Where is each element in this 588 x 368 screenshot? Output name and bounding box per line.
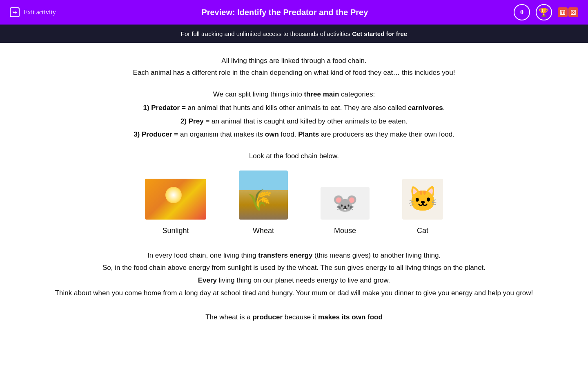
food-item-sunlight: Sunlight: [145, 179, 206, 237]
food-item-cat: 🐱 Cat: [402, 179, 443, 237]
cat-label: Cat: [417, 224, 428, 237]
food-item-mouse: 🐭 Mouse: [321, 187, 370, 237]
score-value: 0: [520, 9, 523, 16]
energy-intro: In every food chain, one living thing: [147, 251, 258, 259]
predator-bold: carnivores: [408, 104, 443, 112]
prey-text: an animal that is caught and killed by o…: [209, 117, 408, 125]
banner-cta[interactable]: Get started for free: [352, 30, 407, 37]
wheat-makes-bold: makes its own food: [318, 313, 383, 321]
wheat-producer-end: because it: [283, 313, 318, 321]
prey-label: 2) Prey =: [180, 117, 209, 125]
every-bold: Every: [198, 276, 217, 284]
split-intro: We can split living things into: [213, 90, 304, 98]
intro-line1: All living things are linked through a f…: [33, 55, 555, 67]
every-text: living thing on our planet needs energy …: [217, 276, 390, 284]
dice-icon: ⚅ ⚄: [558, 7, 578, 17]
think-text: Think about when you come home from a lo…: [33, 287, 555, 300]
mouse-label: Mouse: [334, 224, 356, 237]
categories-block: We can split living things into three ma…: [33, 89, 555, 141]
wheat-image: [239, 171, 288, 220]
exit-activity-button[interactable]: ↪ Exit activity: [10, 7, 56, 17]
energy-line1: In every food chain, one living thing tr…: [33, 249, 555, 262]
wheat-producer-line: The wheat is a producer because it makes…: [33, 312, 555, 323]
intro-line2: Each animal has a different role in the …: [33, 67, 555, 79]
page-title: Preview: Identify the Predator and the P…: [201, 8, 368, 17]
split-line: We can split living things into three ma…: [33, 89, 555, 101]
split-bold: three main: [304, 90, 339, 98]
producer-plants: Plants: [298, 130, 319, 138]
sunlight-label: Sunlight: [162, 224, 189, 237]
exit-label: Exit activity: [24, 9, 56, 16]
cat-image: 🐱: [402, 179, 443, 220]
prey-line: 2) Prey = an animal that is caught and k…: [33, 116, 555, 128]
exit-icon: ↪: [10, 7, 20, 17]
wheat-label: Wheat: [253, 224, 274, 237]
producer-label: 3) Producer =: [134, 130, 178, 138]
trophy-badge: 🏆: [536, 4, 552, 20]
wheat-producer-bold: producer: [252, 313, 283, 321]
header-right: 0 🏆 ⚅ ⚄: [514, 4, 578, 20]
intro-block: All living things are linked through a f…: [33, 55, 555, 79]
producer-text: an organism that makes its: [178, 130, 265, 138]
banner-text: For full tracking and unlimited access t…: [181, 30, 352, 37]
promo-banner: For full tracking and unlimited access t…: [0, 25, 588, 43]
every-line: Every living thing on our planet needs e…: [33, 274, 555, 287]
producer-line: 3) Producer = an organism that makes its…: [33, 129, 555, 141]
predator-text: an animal that hunts and kills other ani…: [186, 104, 408, 112]
food-chain: Sunlight Wheat 🐭 Mouse 🐱 Cat: [33, 171, 555, 237]
food-item-wheat: Wheat: [239, 171, 288, 237]
dice-1: ⚅: [558, 7, 568, 17]
score-badge: 0: [514, 4, 530, 20]
header: ↪ Exit activity Preview: Identify the Pr…: [0, 0, 588, 25]
dice-2: ⚄: [568, 7, 578, 17]
producer-own: own: [265, 130, 279, 138]
split-end: categories:: [339, 90, 375, 98]
producer-end: are producers as they make their own foo…: [319, 130, 454, 138]
main-content: All living things are linked through a f…: [0, 43, 588, 336]
predator-line: 1) Predator = an animal that hunts and k…: [33, 102, 555, 114]
energy-bold: transfers energy: [258, 251, 312, 259]
predator-label: 1) Predator =: [143, 104, 185, 112]
mouse-image: 🐭: [321, 187, 370, 220]
predator-end: .: [443, 104, 445, 112]
producer-mid: food.: [279, 130, 298, 138]
energy-line2: So, in the food chain above energy from …: [33, 262, 555, 274]
energy-end: (this means gives) to another living thi…: [312, 251, 441, 259]
sunlight-image: [145, 179, 206, 220]
food-chain-label: Look at the food chain below.: [33, 150, 555, 162]
wheat-producer-text: The wheat is a: [205, 313, 252, 321]
energy-block: In every food chain, one living thing tr…: [33, 249, 555, 299]
